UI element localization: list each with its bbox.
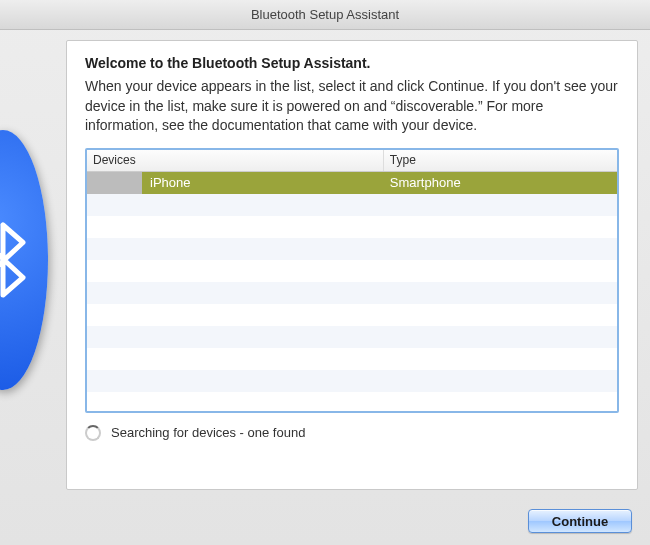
table-row[interactable] (87, 392, 617, 413)
table-row[interactable] (87, 348, 617, 370)
table-row[interactable] (87, 238, 617, 260)
title-bar: Bluetooth Setup Assistant (0, 0, 650, 30)
status-text: Searching for devices - one found (111, 425, 305, 440)
column-header-devices[interactable]: Devices (87, 150, 384, 171)
table-row[interactable] (87, 282, 617, 304)
table-row[interactable] (87, 260, 617, 282)
button-bar: Continue (528, 509, 632, 533)
table-row[interactable] (87, 194, 617, 216)
table-header: Devices Type (87, 150, 617, 172)
column-header-type[interactable]: Type (384, 150, 617, 171)
page-title: Welcome to the Bluetooth Setup Assistant… (85, 55, 619, 71)
window-title: Bluetooth Setup Assistant (251, 7, 399, 22)
table-row[interactable]: iPhone Smartphone (87, 172, 617, 194)
instructions-text: When your device appears in the list, se… (85, 77, 619, 136)
content-panel: Welcome to the Bluetooth Setup Assistant… (66, 40, 638, 490)
device-name: iPhone (142, 175, 190, 190)
continue-button[interactable]: Continue (528, 509, 632, 533)
table-row[interactable] (87, 304, 617, 326)
device-type: Smartphone (384, 172, 617, 194)
table-row[interactable] (87, 326, 617, 348)
device-icon (87, 172, 142, 194)
devices-table[interactable]: Devices Type iPhone Smartphone (85, 148, 619, 413)
table-body: iPhone Smartphone (87, 172, 617, 413)
status-bar: Searching for devices - one found (85, 425, 619, 441)
bluetooth-icon (0, 130, 48, 390)
spinner-icon (85, 425, 101, 441)
table-row[interactable] (87, 216, 617, 238)
bluetooth-glyph-icon (0, 220, 28, 300)
table-row[interactable] (87, 370, 617, 392)
